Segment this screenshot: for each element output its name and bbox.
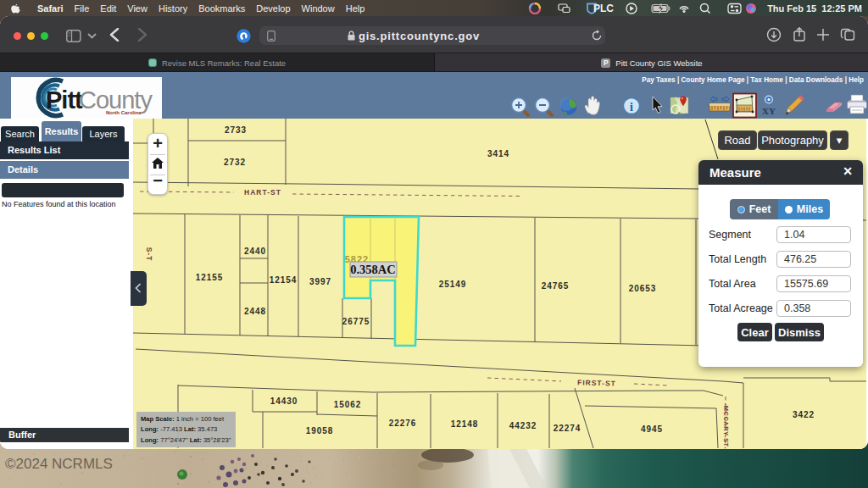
svg-text:3422: 3422 (793, 410, 815, 419)
svg-text:15062: 15062 (334, 400, 361, 409)
svg-text:14430: 14430 (270, 396, 298, 406)
svg-text:22274: 22274 (554, 424, 581, 433)
svg-text:26775: 26775 (342, 317, 370, 326)
svg-text:19058: 19058 (306, 426, 333, 435)
svg-text:12148: 12148 (451, 419, 478, 429)
svg-text:4945: 4945 (641, 424, 663, 434)
svg-text:0.358AC: 0.358AC (350, 263, 396, 276)
svg-text:HART-ST: HART-ST (244, 188, 281, 197)
svg-text:North Carolina: North Carolina (106, 110, 142, 115)
svg-text:12155: 12155 (196, 273, 223, 282)
svg-text:12154: 12154 (270, 275, 297, 285)
svg-text:S-T: S-T (145, 247, 153, 262)
svg-text:i: i (630, 101, 633, 114)
svg-text:2733: 2733 (225, 125, 247, 135)
svg-text:-MCCARY-ST-: -MCCARY-ST- (722, 403, 730, 449)
svg-text:Pitt: Pitt (46, 86, 83, 114)
svg-text:44232: 44232 (509, 421, 537, 430)
svg-text:XY: XY (762, 106, 776, 116)
svg-text:2448: 2448 (244, 307, 266, 316)
svg-text:24765: 24765 (542, 281, 569, 291)
svg-text:3414: 3414 (487, 149, 509, 158)
svg-text:22276: 22276 (389, 419, 416, 428)
svg-text:3997: 3997 (309, 277, 331, 286)
svg-text:20653: 20653 (629, 284, 656, 293)
svg-text:25149: 25149 (439, 280, 466, 289)
svg-text:2732: 2732 (224, 158, 246, 167)
svg-text:2440: 2440 (244, 247, 266, 256)
svg-text:FIRST-ST: FIRST-ST (577, 378, 616, 388)
